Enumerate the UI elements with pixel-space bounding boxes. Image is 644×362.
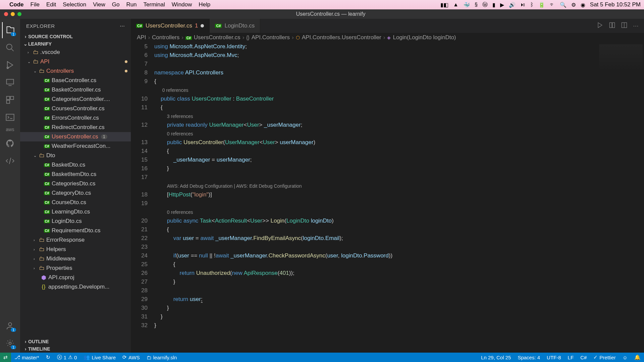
language-mode[interactable]: C#: [577, 353, 590, 362]
svg-rect-2: [7, 79, 14, 84]
folder-dto[interactable]: ⌄🗀Dto: [20, 151, 131, 160]
section-project[interactable]: ⌄LEARNIFY: [20, 40, 131, 48]
file-logindto[interactable]: C#LoginDto.cs: [20, 217, 131, 226]
folder-helpers[interactable]: ›🗀Helpers: [20, 245, 131, 254]
svg-point-1: [7, 67, 9, 69]
file-userscontroller[interactable]: C#UsersController.cs1: [20, 132, 131, 141]
accounts-icon[interactable]: 1: [2, 318, 18, 334]
docker-icon[interactable]: 🐳: [463, 2, 470, 8]
file-basketdto[interactable]: C#BasketDto.cs: [20, 160, 131, 170]
file-errorscontroller[interactable]: C#ErrorsController.cs: [20, 113, 131, 123]
maximize-window-button[interactable]: [17, 12, 21, 16]
play-icon[interactable]: ▶: [500, 2, 504, 8]
github-icon[interactable]: [2, 135, 18, 152]
file-weatherforecast[interactable]: C#WeatherForecastCon...: [20, 141, 131, 151]
tab-userscontroller[interactable]: C# UsersController.cs 1: [131, 19, 210, 33]
feedback-icon[interactable]: ☺: [619, 353, 631, 362]
run-debug-icon[interactable]: [2, 57, 18, 73]
sidebar-more-icon[interactable]: ⋯: [120, 23, 125, 29]
file-apicsproj[interactable]: ⬢API.csproj: [20, 273, 131, 282]
facetime-icon[interactable]: ▮◧: [440, 2, 448, 8]
notifications-icon[interactable]: 🔔: [631, 353, 644, 362]
git-sync[interactable]: ↻: [43, 353, 54, 362]
file-coursedto[interactable]: C#CourseDto.cs: [20, 198, 131, 207]
remote-explorer-icon[interactable]: [2, 74, 18, 90]
prettier-status[interactable]: ✓Prettier: [590, 353, 619, 362]
file-redirectcontroller[interactable]: C#RedirectController.cs: [20, 123, 131, 132]
breadcrumbs[interactable]: API› Controllers› C#UsersController.cs› …: [131, 33, 644, 42]
code-area[interactable]: 56789 1011 12 1314151617 1819 2021222324…: [131, 42, 644, 353]
steam-icon[interactable]: §: [475, 2, 478, 8]
file-categorydto[interactable]: C#CategoryDto.cs: [20, 188, 131, 198]
file-categoriescontroller[interactable]: C#CategoriesController....: [20, 95, 131, 104]
menu-go[interactable]: Go: [112, 1, 120, 8]
menu-file[interactable]: File: [31, 1, 40, 8]
aws-activity-icon[interactable]: aws: [6, 127, 14, 132]
file-basketitemdto[interactable]: C#BasketItemDto.cs: [20, 170, 131, 179]
menu-run[interactable]: Run: [126, 1, 137, 8]
bluetooth-icon[interactable]: ᛒ: [530, 2, 534, 8]
explorer-icon[interactable]: 1: [2, 22, 18, 38]
terminal-icon[interactable]: [2, 109, 18, 125]
video-icon[interactable]: ⏯: [520, 2, 526, 8]
alert-icon[interactable]: ▮: [492, 2, 495, 8]
menu-window[interactable]: Window: [172, 1, 192, 8]
indentation[interactable]: Spaces: 4: [514, 353, 543, 362]
eol[interactable]: LF: [565, 353, 577, 362]
file-categoriesdto[interactable]: C#CategoriesDto.cs: [20, 179, 131, 188]
git-branch[interactable]: ⎇master*: [11, 353, 43, 362]
tab-logindto[interactable]: C# LoginDto.cs: [210, 19, 260, 33]
remote-indicator[interactable]: ⇄: [0, 353, 11, 362]
app-name[interactable]: Code: [9, 1, 24, 8]
wifi-icon[interactable]: ᯤ: [550, 2, 555, 8]
code-content[interactable]: using Microsoft.AspNetCore.Identity; usi…: [154, 42, 597, 353]
folder-controllers[interactable]: ⌄🗀Controllers: [20, 66, 131, 76]
search-activity-icon[interactable]: [2, 40, 18, 56]
run-icon[interactable]: [597, 22, 603, 30]
solution-status[interactable]: 🗀learnify.sln: [143, 353, 180, 362]
control-center-icon[interactable]: ⚙: [571, 2, 576, 8]
menu-terminal[interactable]: Terminal: [144, 1, 165, 8]
section-outline[interactable]: ›OUTLINE: [20, 338, 131, 345]
minimap[interactable]: [597, 42, 644, 353]
extensions-icon[interactable]: [2, 92, 18, 108]
file-appsettings[interactable]: {}appsettings.Developm...: [20, 282, 131, 292]
wp-icon[interactable]: Ⓦ: [482, 1, 488, 8]
explorer-sidebar: EXPLORER ⋯ ›SOURCE CONTROL ⌄LEARNIFY ›🗀.…: [20, 19, 131, 353]
folder-middleware[interactable]: ›🗀Middleware: [20, 254, 131, 263]
more-actions-icon[interactable]: ⋯: [633, 22, 639, 29]
file-learningdto[interactable]: C#LearningDto.cs: [20, 207, 131, 217]
tray-icon[interactable]: ▲: [453, 2, 459, 8]
file-requirementdto[interactable]: C#RequirementDto.cs: [20, 226, 131, 235]
battery-icon[interactable]: 🔋: [538, 2, 545, 8]
siri-icon[interactable]: ◉: [581, 2, 585, 8]
menu-view[interactable]: View: [93, 1, 105, 8]
aws-status[interactable]: ⟳AWS: [119, 353, 143, 362]
problems[interactable]: ⓧ1⚠0: [54, 353, 80, 362]
minimize-window-button[interactable]: [11, 12, 15, 16]
split-icon[interactable]: [621, 22, 628, 30]
search-icon[interactable]: 🔍: [560, 2, 567, 8]
diff-icon[interactable]: [609, 22, 615, 30]
menu-edit[interactable]: Edit: [46, 1, 56, 8]
menu-selection[interactable]: Selection: [63, 1, 86, 8]
clock[interactable]: Sat 5 Feb 10:52 PM: [590, 1, 641, 8]
section-source-control[interactable]: ›SOURCE CONTROL: [20, 33, 131, 40]
section-timeline[interactable]: ›TIMELINE: [20, 345, 131, 353]
encoding[interactable]: UTF-8: [543, 353, 565, 362]
menu-help[interactable]: Help: [199, 1, 210, 8]
folder-errorresponse[interactable]: ›🗀ErrorResponse: [20, 235, 131, 245]
live-share-icon[interactable]: [2, 153, 18, 169]
folder-api[interactable]: ⌄🗀API: [20, 57, 131, 66]
file-basketcontroller[interactable]: C#BasketController.cs: [20, 85, 131, 95]
folder-vscode[interactable]: ›🗀.vscode: [20, 48, 131, 57]
file-coursescontroller[interactable]: C#CoursesController.cs: [20, 104, 131, 113]
close-window-button[interactable]: [4, 12, 8, 16]
window-title: UsersController.cs — learnify: [21, 11, 640, 17]
live-share-status[interactable]: 👥Live Share: [80, 353, 119, 362]
file-basecontroller[interactable]: C#BaseController.cs: [20, 76, 131, 85]
volume-icon[interactable]: 🔊: [509, 2, 516, 8]
settings-icon[interactable]: 1: [2, 335, 18, 351]
folder-properties[interactable]: ›🗀Properties: [20, 263, 131, 273]
cursor-position[interactable]: Ln 29, Col 25: [478, 353, 514, 362]
